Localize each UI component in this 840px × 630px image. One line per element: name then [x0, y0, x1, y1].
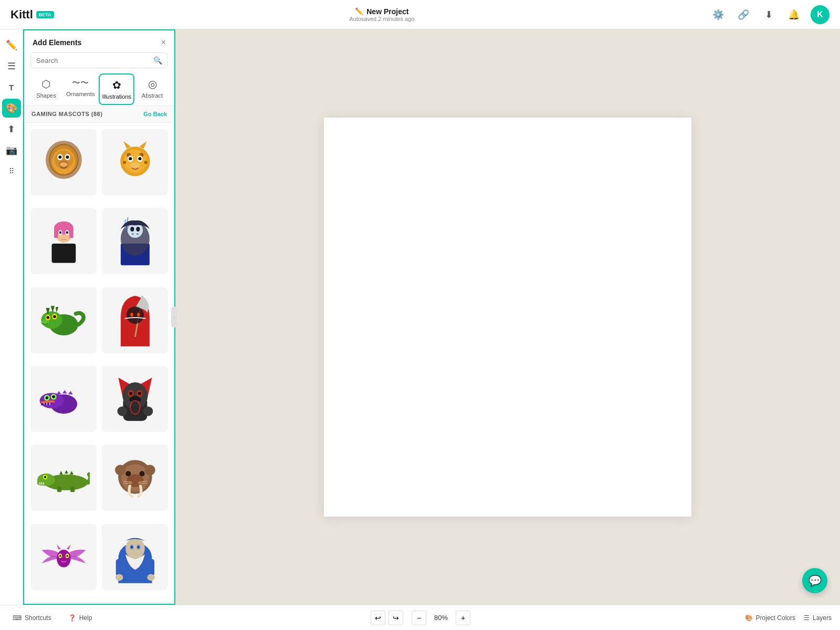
mascot-blue-wizard[interactable]	[102, 524, 168, 590]
mascot-croc-purple[interactable]	[30, 366, 97, 432]
mascot-lion[interactable]	[30, 129, 97, 195]
subcategory-title: GAMING MASCOTS (88)	[32, 111, 102, 117]
tool-elements[interactable]: 🎨	[2, 99, 21, 118]
category-tabs: ⬡ Shapes 〜〜 Ornaments ✿ Illustrations ◎ …	[24, 74, 174, 105]
tool-photo[interactable]: 📷	[2, 141, 21, 160]
help-label: Help	[79, 614, 92, 622]
canvas	[324, 118, 691, 517]
svg-point-18	[129, 157, 132, 160]
tool-edit[interactable]: ✏️	[2, 36, 21, 55]
panel-resize-handle[interactable]: ⋮	[171, 307, 177, 328]
svg-rect-112	[116, 559, 123, 576]
svg-marker-80	[65, 470, 68, 474]
mascot-grim-reaper[interactable]	[102, 208, 168, 274]
search-input[interactable]	[36, 57, 149, 65]
layers-icon: ☰	[804, 614, 810, 622]
svg-point-19	[138, 157, 141, 160]
mascot-bat[interactable]	[30, 524, 97, 590]
bottom-bar: ⌨ Shortcuts ❓ Help ↩ ↪ − 80% + 🎨 Project…	[0, 605, 840, 630]
help-button[interactable]: ❓ Help	[64, 612, 97, 624]
mascot-hooded-reaper[interactable]	[102, 287, 168, 353]
tab-abstract-label: Abstract	[142, 92, 163, 99]
svg-marker-42	[55, 307, 58, 313]
redo-button[interactable]: ↪	[388, 611, 403, 625]
mascot-crocodile[interactable]	[30, 445, 97, 511]
logo: Kittl BETA	[10, 8, 54, 22]
svg-rect-88	[70, 487, 75, 492]
go-back-button[interactable]: Go Back	[143, 111, 167, 117]
autosaved-text: Autosaved 2 minutes ago	[349, 16, 414, 22]
svg-point-99	[144, 465, 155, 475]
svg-marker-81	[70, 471, 74, 475]
download-button[interactable]: ⬇	[760, 6, 777, 23]
chat-fab-button[interactable]: 💬	[802, 568, 827, 593]
project-name-area: ✏️ New Project	[355, 7, 408, 16]
undo-redo-group: ↩ ↪	[371, 611, 403, 625]
header: Kittl BETA ✏️ New Project Autosaved 2 mi…	[0, 0, 840, 29]
illustrations-icon: ✿	[112, 79, 121, 91]
svg-point-37	[136, 227, 140, 232]
tab-illustrations-label: Illustrations	[102, 93, 131, 100]
avatar-button[interactable]: K	[811, 5, 830, 24]
svg-point-70	[129, 392, 132, 395]
tab-abstract[interactable]: ◎ Abstract	[136, 74, 168, 105]
main-canvas	[175, 29, 840, 605]
header-actions: ⚙️ 🔗 ⬇ 🔔 K	[710, 5, 830, 24]
tab-illustrations[interactable]: ✿ Illustrations	[99, 74, 134, 105]
search-bar: 🔍	[30, 52, 168, 68]
project-name: New Project	[366, 7, 408, 16]
svg-point-20	[130, 162, 140, 169]
svg-point-83	[44, 476, 46, 478]
chat-icon: 💬	[808, 574, 822, 587]
svg-point-50	[130, 313, 133, 317]
search-icon: 🔍	[153, 56, 162, 65]
project-colors-button[interactable]: 🎨 Project Colors	[745, 614, 795, 622]
tool-grid[interactable]: ⠿	[2, 162, 21, 181]
panel-close-button[interactable]: ×	[161, 38, 166, 47]
share-button[interactable]: 🔗	[735, 6, 752, 23]
svg-point-31	[66, 232, 68, 234]
project-colors-label: Project Colors	[756, 614, 795, 622]
panel-header: Add Elements ×	[24, 30, 174, 52]
beta-badge: BETA	[36, 11, 54, 18]
svg-rect-113	[147, 559, 154, 576]
svg-point-6	[66, 155, 69, 159]
svg-point-14	[123, 161, 126, 164]
svg-point-107	[125, 538, 145, 559]
bottom-left: ⌨ Shortcuts ❓ Help	[8, 612, 96, 624]
svg-point-5	[58, 155, 61, 159]
svg-point-8	[60, 162, 67, 166]
mascot-female-warrior[interactable]	[30, 208, 97, 274]
undo-button[interactable]: ↩	[371, 611, 385, 625]
shapes-icon: ⬡	[41, 78, 50, 90]
tab-ornaments[interactable]: 〜〜 Ornaments	[64, 74, 97, 105]
svg-rect-23	[51, 244, 76, 263]
svg-marker-106	[66, 544, 70, 550]
mascot-red-gorilla[interactable]	[102, 366, 168, 432]
svg-point-92	[125, 471, 131, 476]
tool-upload[interactable]: ⬆	[2, 120, 21, 139]
svg-point-75	[143, 406, 153, 416]
notifications-button[interactable]: 🔔	[785, 6, 802, 23]
layers-button[interactable]: ☰ Layers	[804, 614, 832, 622]
svg-marker-79	[59, 471, 63, 475]
header-center: ✏️ New Project Autosaved 2 minutes ago	[349, 7, 414, 22]
shortcuts-button[interactable]: ⌨ Shortcuts	[8, 612, 56, 624]
zoom-minus-button[interactable]: −	[412, 611, 426, 625]
mascot-leopard[interactable]	[102, 129, 168, 195]
tool-layers[interactable]: ☰	[2, 57, 21, 76]
svg-marker-55	[62, 390, 67, 393]
bottom-right: 🎨 Project Colors ☰ Layers	[745, 614, 832, 622]
tool-text[interactable]: T	[2, 78, 21, 97]
svg-point-73	[130, 401, 140, 414]
project-colors-icon: 🎨	[745, 614, 753, 622]
svg-marker-105	[57, 544, 61, 550]
svg-point-32	[60, 234, 68, 239]
mascot-walrus[interactable]	[102, 445, 168, 511]
svg-point-47	[41, 320, 49, 326]
settings-button[interactable]: ⚙️	[710, 6, 727, 23]
mascot-dragon[interactable]	[30, 287, 97, 353]
tab-shapes[interactable]: ⬡ Shapes	[30, 74, 62, 105]
svg-point-74	[117, 406, 127, 416]
zoom-plus-button[interactable]: +	[456, 611, 470, 625]
